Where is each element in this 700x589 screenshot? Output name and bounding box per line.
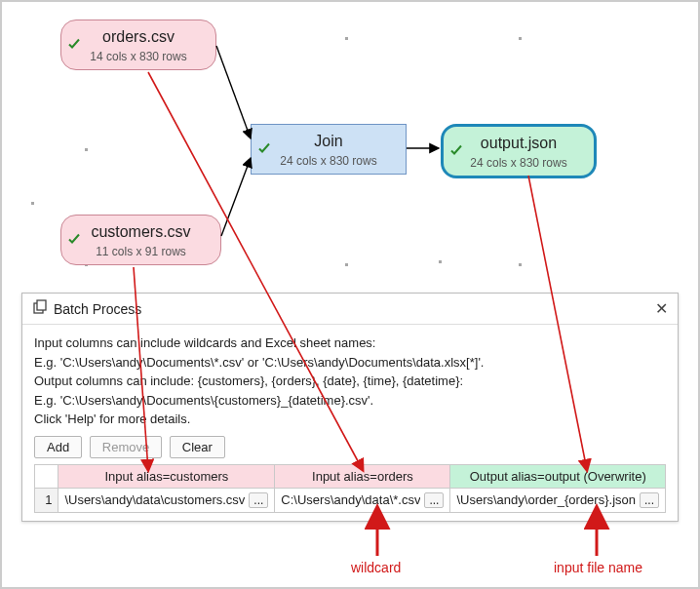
check-icon [449, 143, 463, 160]
panel-header: Batch Process ✕ [22, 294, 678, 325]
node-customers[interactable]: customers.csv 11 cols x 91 rows [60, 215, 221, 265]
table-row: 1 \Users\andy\data\customers.csv ... C:\… [35, 488, 666, 512]
panel-title: Batch Process [54, 301, 141, 317]
col-header-output[interactable]: Output alias=output (Overwrite) [450, 464, 666, 488]
node-sub: 24 cols x 830 rows [267, 154, 390, 168]
node-title: customers.csv [77, 223, 205, 241]
node-sub: 14 cols x 830 rows [77, 50, 200, 63]
svg-line-0 [216, 46, 251, 138]
browse-button[interactable]: ... [424, 492, 444, 508]
svg-rect-4 [37, 300, 46, 310]
add-button[interactable]: Add [34, 436, 82, 458]
annotation-wildcard: wildcard [351, 560, 401, 575]
node-orders[interactable]: orders.csv 14 cols x 830 rows [60, 20, 216, 70]
cell-customers[interactable]: \Users\andy\data\customers.csv ... [58, 488, 275, 512]
col-header-orders[interactable]: Input alias=orders [275, 464, 450, 488]
row-number: 1 [35, 488, 58, 512]
panel-toolbar: Add Remove Clear [34, 436, 666, 458]
col-header-customers[interactable]: Input alias=customers [58, 464, 275, 488]
node-title: orders.csv [77, 28, 200, 46]
panel-help-text: Input columns can include wildcards and … [34, 334, 666, 428]
check-icon [257, 141, 271, 158]
node-join[interactable]: Join 24 cols x 830 rows [251, 124, 407, 175]
browse-button[interactable]: ... [249, 492, 268, 508]
cell-output[interactable]: \Users\andy\order_{orders}.json ... [450, 488, 666, 512]
clear-button[interactable]: Clear [170, 436, 225, 458]
copy-icon [32, 299, 48, 318]
node-sub: 11 cols x 91 rows [77, 245, 205, 258]
node-sub: 24 cols x 830 rows [459, 156, 578, 170]
batch-process-panel: Batch Process ✕ Input columns can includ… [21, 293, 679, 522]
close-icon[interactable]: ✕ [655, 301, 668, 317]
svg-line-1 [221, 158, 251, 236]
annotation-inputfile: input file name [554, 560, 642, 575]
node-title: Join [267, 133, 390, 150]
remove-button[interactable]: Remove [90, 436, 162, 458]
diagram-canvas: orders.csv 14 cols x 830 rows customers.… [2, 2, 698, 324]
node-title: output.json [459, 135, 578, 152]
check-icon [67, 37, 81, 54]
batch-grid: Input alias=customers Input alias=orders… [34, 464, 666, 513]
node-output[interactable]: output.json 24 cols x 830 rows [441, 124, 597, 178]
check-icon [67, 232, 81, 249]
cell-orders[interactable]: C:\Users\andy\data\*.csv ... [275, 488, 450, 512]
browse-button[interactable]: ... [640, 492, 659, 508]
